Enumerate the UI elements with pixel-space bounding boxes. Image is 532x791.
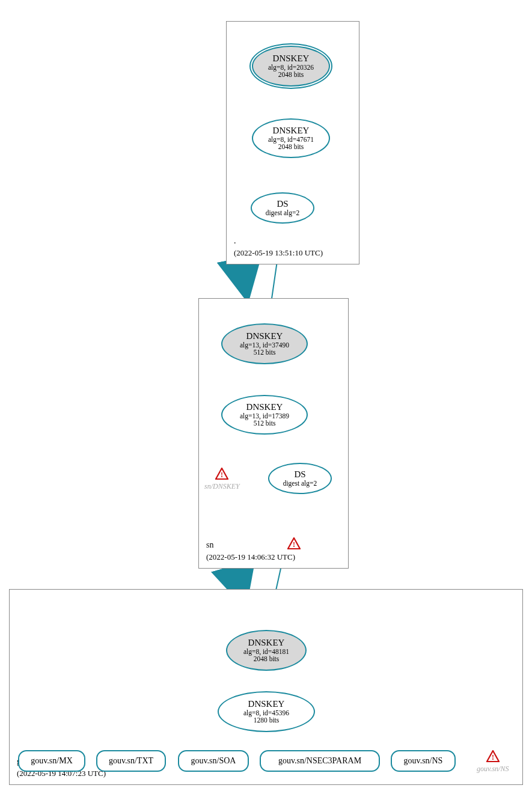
rrset-txt: gouv.sn/TXT — [96, 750, 166, 772]
rrset-soa: gouv.sn/SOA — [178, 750, 249, 772]
rrset-label: gouv.sn/SOA — [191, 756, 236, 766]
node-label: DNSKEY — [246, 402, 283, 412]
node-bits: 2048 bits — [254, 655, 280, 663]
zone-sn-title: sn — [206, 540, 213, 550]
node-alg: alg=13, id=37490 — [240, 341, 289, 349]
node-alg: alg=8, id=45396 — [243, 709, 289, 717]
rrset-label: gouv.sn/MX — [31, 756, 73, 766]
root-dnskey-47671: DNSKEY alg=8, id=47671 2048 bits — [252, 118, 330, 158]
node-label: DS — [294, 469, 305, 480]
sn-dnskey-17389: DNSKEY alg=13, id=17389 512 bits — [221, 395, 308, 435]
sn-dnskey-37490: DNSKEY alg=13, id=37490 512 bits — [221, 323, 308, 364]
root-dnskey-20326: DNSKEY alg=8, id=20326 2048 bits — [252, 46, 330, 87]
node-bits: 512 bits — [254, 420, 276, 427]
node-bits: 2048 bits — [278, 71, 304, 79]
root-ds: DS digest alg=2 — [251, 192, 314, 224]
node-alg: alg=8, id=48181 — [243, 648, 289, 656]
warning-icon: ! — [215, 468, 228, 481]
warning-icon: ! — [287, 537, 301, 551]
svg-text:!: ! — [293, 540, 295, 549]
svg-text:!: ! — [492, 753, 494, 762]
node-alg: alg=8, id=47671 — [268, 136, 314, 144]
svg-text:!: ! — [221, 471, 223, 479]
sn-ds-edge-warning: ! — [287, 537, 301, 552]
zone-root-timestamp: (2022-05-19 13:51:10 UTC) — [234, 248, 323, 258]
sn-ds: DS digest alg=2 — [268, 463, 332, 494]
node-bits: 1280 bits — [254, 716, 280, 724]
node-bits: 512 bits — [254, 349, 276, 356]
rrset-ns: gouv.sn/NS — [391, 750, 456, 772]
node-label: DNSKEY — [273, 126, 310, 136]
node-label: DNSKEY — [246, 331, 283, 341]
node-label: DNSKEY — [248, 699, 285, 709]
gouv-ns-warning: ! gouv.sn/NS — [477, 750, 509, 774]
node-alg: digest alg=2 — [283, 480, 317, 487]
gouv-dnskey-45396: DNSKEY alg=8, id=45396 1280 bits — [218, 691, 315, 732]
node-label: DNSKEY — [273, 53, 310, 64]
warning-label: sn/DNSKEY — [204, 482, 240, 490]
zone-sn-timestamp: (2022-05-19 14:06:32 UTC) — [206, 552, 295, 562]
rrset-label: gouv.sn/NSEC3PARAM — [278, 756, 361, 766]
sn-dnskey-warning: ! sn/DNSKEY — [204, 468, 240, 491]
node-label: DS — [277, 199, 288, 209]
node-alg: alg=8, id=20326 — [268, 64, 314, 72]
node-alg: alg=13, id=17389 — [240, 412, 289, 420]
warning-icon: ! — [486, 750, 500, 763]
rrset-label: gouv.sn/NS — [404, 756, 443, 766]
zone-root-title: . — [234, 236, 236, 246]
warning-label: gouv.sn/NS — [477, 765, 509, 773]
rrset-mx: gouv.sn/MX — [18, 750, 85, 772]
node-bits: 2048 bits — [278, 143, 304, 151]
node-label: DNSKEY — [248, 638, 285, 648]
rrset-nsec3param: gouv.sn/NSEC3PARAM — [260, 750, 380, 772]
node-alg: digest alg=2 — [266, 209, 300, 217]
rrset-label: gouv.sn/TXT — [109, 756, 153, 766]
gouv-dnskey-48181: DNSKEY alg=8, id=48181 2048 bits — [226, 630, 307, 671]
